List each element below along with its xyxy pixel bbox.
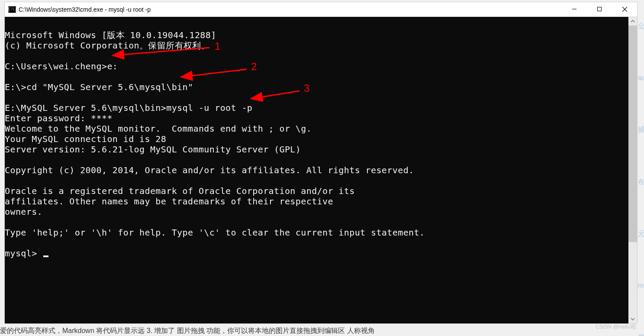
terminal-line: Type 'help;' or '\h' for help. Type '\c'… <box>5 227 425 238</box>
svg-rect-1 <box>598 7 602 11</box>
terminal-line: Enter password: **** <box>5 113 113 123</box>
terminal-line: E:\MySQL Server 5.6\mysql\bin>mysql -u r… <box>5 103 252 113</box>
cmd-window: C:\. C:\Windows\system32\cmd.exe - mysql… <box>4 2 638 324</box>
terminal-line: owners. <box>5 207 42 217</box>
csdn-watermark: CSDN @hello程 <box>596 323 636 331</box>
window-title: C:\Windows\system32\cmd.exe - mysql -u r… <box>19 6 562 13</box>
close-button[interactable] <box>612 2 637 16</box>
scrollbar-thumb[interactable] <box>628 26 637 242</box>
minimize-button[interactable] <box>562 2 587 16</box>
terminal-area: Microsoft Windows [版本 10.0.19044.1288] (… <box>5 17 637 323</box>
terminal-line: E:\>cd "MySQL Server 5.6\mysql\bin" <box>5 82 193 92</box>
terminal-line: Welcome to the MySQL monitor. Commands e… <box>5 123 312 134</box>
minimize-icon <box>572 6 577 12</box>
chevron-down-icon <box>631 318 635 320</box>
window-titlebar[interactable]: C:\. C:\Windows\system32\cmd.exe - mysql… <box>5 2 637 17</box>
scroll-down-button[interactable] <box>628 315 637 323</box>
right-edge-text: 公 aa 插 在 元 my 器 <box>638 0 644 336</box>
terminal-prompt-line: mysql> <box>5 248 48 258</box>
terminal-line: Oracle is a registered trademark of Orac… <box>5 186 355 196</box>
terminal-content[interactable]: Microsoft Windows [版本 10.0.19044.1288] (… <box>5 17 628 323</box>
chevron-up-icon <box>631 20 635 23</box>
window-controls <box>562 2 637 16</box>
scroll-up-button[interactable] <box>628 17 637 26</box>
terminal-line: C:\Users\wei.cheng>e: <box>5 61 118 71</box>
background-page-text: 爱的代码高亮样式，Markdown 将代码片显示远 3. 增加了 图片拖拽 功能… <box>0 326 644 336</box>
terminal-line: Server version: 5.6.21-log MySQL Communi… <box>5 144 301 155</box>
terminal-line: Copyright (c) 2000, 2014, Oracle and/or … <box>5 165 414 175</box>
terminal-line: Your MySQL connection id is 28 <box>5 134 166 144</box>
terminal-line: (c) Microsoft Corporation。保留所有权利。 <box>5 40 210 51</box>
terminal-line: affiliates. Other names may be trademark… <box>5 196 333 207</box>
maximize-button[interactable] <box>587 2 612 16</box>
cmd-icon: C:\. <box>8 6 16 13</box>
terminal-cursor <box>43 255 48 257</box>
vertical-scrollbar[interactable] <box>628 17 637 323</box>
terminal-line: Microsoft Windows [版本 10.0.19044.1288] <box>5 30 216 40</box>
terminal-prompt-text: mysql> <box>5 248 42 258</box>
maximize-icon <box>597 6 602 12</box>
close-icon <box>622 6 628 12</box>
